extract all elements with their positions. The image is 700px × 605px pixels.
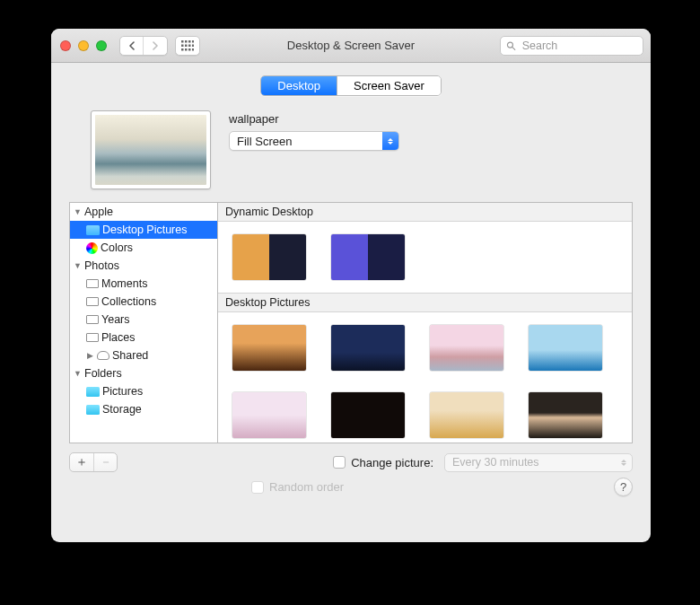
section-desktop-pictures: Desktop Pictures (218, 293, 632, 312)
titlebar: Desktop & Screen Saver (51, 29, 651, 63)
sidebar-item-colors[interactable]: Colors (70, 239, 217, 257)
zoom-button[interactable] (96, 40, 107, 51)
pane-body: Desktop Screen Saver wallpaper Fill Scre… (51, 63, 651, 542)
wallpaper-thumbnail[interactable] (232, 234, 306, 280)
wallpaper-thumbnail[interactable] (331, 325, 405, 371)
bottom-controls: ＋ － Change picture: Every 30 minutes (69, 452, 633, 472)
wallpaper-thumbnail[interactable] (232, 392, 306, 438)
folder-icon (86, 387, 100, 397)
wallpaper-thumbnail[interactable] (331, 234, 405, 280)
random-order-checkbox (251, 481, 264, 494)
stepper-icon (616, 460, 632, 466)
sidebar-item-places[interactable]: Places (70, 329, 217, 346)
change-picture-row: Change picture: (333, 456, 433, 469)
cloud-icon (97, 351, 109, 360)
wallpaper-thumbnail[interactable] (430, 325, 503, 371)
forward-button[interactable] (144, 37, 167, 55)
sidebar-item-storage-folder[interactable]: Storage (70, 400, 217, 418)
bottom-controls-2: Random order ? (69, 478, 633, 496)
album-icon (86, 279, 99, 288)
add-remove-folder: ＋ － (69, 452, 118, 472)
folder-icon (86, 225, 100, 235)
svg-rect-3 (192, 40, 194, 43)
current-wallpaper-row: wallpaper Fill Screen (91, 110, 633, 189)
svg-rect-6 (188, 44, 191, 47)
sidebar-item-desktop-pictures[interactable]: Desktop Pictures (70, 221, 217, 239)
tab-desktop[interactable]: Desktop (261, 76, 337, 95)
section-dynamic-desktop: Dynamic Desktop (218, 203, 632, 222)
change-interval-select: Every 30 minutes (444, 453, 633, 472)
change-picture-label: Change picture: (351, 456, 433, 469)
wallpaper-thumbnail[interactable] (430, 392, 503, 438)
chevron-left-icon (128, 41, 136, 50)
svg-rect-2 (188, 40, 191, 43)
sidebar-item-moments[interactable]: Moments (70, 275, 217, 293)
svg-rect-0 (181, 40, 184, 43)
add-folder-button[interactable]: ＋ (70, 453, 93, 471)
grid-icon-button[interactable] (176, 37, 199, 55)
minimize-button[interactable] (78, 40, 89, 51)
svg-rect-7 (192, 44, 194, 47)
folder-icon (86, 405, 100, 415)
fit-mode-value: Fill Screen (237, 135, 292, 148)
fit-mode-select[interactable]: Fill Screen (229, 131, 399, 151)
wallpaper-preview (91, 110, 211, 189)
close-button[interactable] (60, 40, 71, 51)
window-controls (60, 40, 107, 51)
source-split: ▼Apple Desktop Pictures Colors ▼Photos M… (69, 202, 633, 443)
source-sidebar: ▼Apple Desktop Pictures Colors ▼Photos M… (69, 202, 217, 443)
chevron-right-icon (152, 41, 159, 50)
search-input[interactable] (521, 39, 637, 53)
svg-rect-4 (181, 44, 184, 47)
sidebar-item-pictures-folder[interactable]: Pictures (70, 382, 217, 400)
show-all-button[interactable] (175, 36, 200, 56)
svg-rect-10 (188, 48, 191, 51)
nav-back-forward (119, 36, 168, 56)
tab-screen-saver[interactable]: Screen Saver (337, 76, 441, 95)
search-icon (506, 40, 516, 51)
svg-rect-11 (192, 48, 194, 51)
random-order-label: Random order (269, 480, 344, 494)
search-field[interactable] (500, 36, 643, 56)
svg-rect-9 (185, 48, 188, 51)
remove-folder-button[interactable]: － (93, 453, 117, 471)
change-interval-value: Every 30 minutes (452, 456, 539, 469)
svg-line-13 (512, 47, 515, 49)
wallpaper-thumbnail[interactable] (529, 325, 602, 371)
wallpaper-thumbnail[interactable] (529, 392, 602, 438)
back-button[interactable] (120, 37, 144, 55)
album-icon (86, 333, 99, 342)
svg-rect-5 (185, 44, 188, 47)
grid-icon (181, 40, 194, 51)
help-button[interactable]: ? (614, 478, 633, 496)
wallpaper-preview-image (95, 115, 206, 185)
tab-segmented-control: Desktop Screen Saver (260, 75, 441, 96)
wallpaper-thumbnail[interactable] (331, 392, 405, 438)
svg-rect-8 (181, 48, 184, 51)
disclosure-triangle-icon: ▶ (86, 351, 94, 360)
stepper-icon (382, 132, 398, 150)
disclosure-triangle-icon: ▼ (74, 369, 82, 378)
sidebar-group-folders[interactable]: ▼Folders (70, 364, 217, 382)
sidebar-item-years[interactable]: Years (70, 311, 217, 329)
sidebar-group-photos[interactable]: ▼Photos (70, 257, 217, 275)
sidebar-item-shared[interactable]: ▶Shared (70, 346, 217, 364)
disclosure-triangle-icon: ▼ (74, 207, 82, 216)
preferences-window: Desktop & Screen Saver Desktop Screen Sa… (51, 29, 651, 542)
wallpaper-thumbnail[interactable] (232, 325, 306, 371)
wallpaper-grid[interactable]: Dynamic Desktop Desktop Pictures (217, 202, 633, 443)
disclosure-triangle-icon: ▼ (74, 261, 82, 270)
album-icon (86, 315, 99, 324)
album-icon (86, 297, 99, 306)
wallpaper-name: wallpaper (229, 112, 633, 126)
sidebar-item-collections[interactable]: Collections (70, 293, 217, 311)
svg-rect-1 (185, 40, 188, 43)
color-wheel-icon (86, 242, 98, 254)
random-order-row: Random order (251, 480, 344, 494)
change-picture-checkbox[interactable] (333, 456, 346, 469)
sidebar-group-apple[interactable]: ▼Apple (70, 203, 217, 221)
